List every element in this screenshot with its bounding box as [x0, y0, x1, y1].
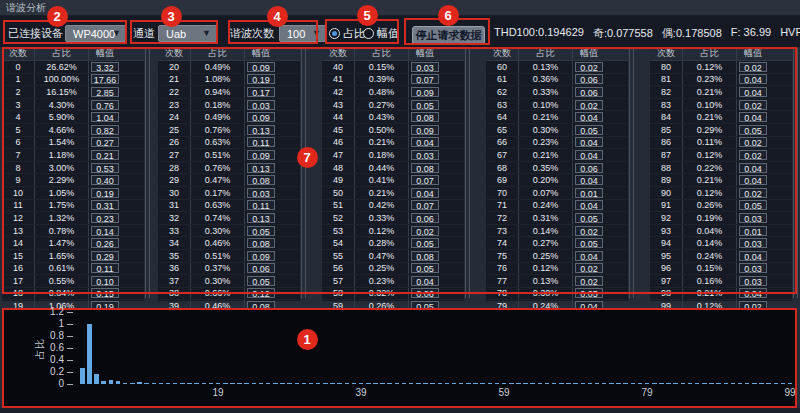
table-row: 250.76%0.13 [158, 124, 300, 137]
table-scrollbar[interactable] [793, 48, 798, 298]
amplitude-value: 0.09 [247, 112, 275, 122]
harmonic-bar [530, 383, 535, 384]
y-tick-mark [67, 360, 73, 361]
harmonic-bar [187, 383, 192, 384]
amplitude-value: 0.02 [575, 62, 603, 72]
amplitude-value: 0.02 [739, 62, 767, 72]
ratio-cell: 0.10% [683, 99, 737, 111]
amplitude-cell: 0.13 [245, 162, 277, 174]
table-row: 026.62%3.32 [2, 61, 144, 74]
table-scrollbar[interactable] [301, 48, 306, 298]
table-row: 600.13%0.02 [486, 61, 628, 74]
amplitude-value: 0.10 [91, 276, 119, 286]
amplitude-cell: 0.11 [245, 200, 277, 212]
amplitude-cell: 0.05 [409, 99, 441, 111]
amplitude-cell: 0.03 [409, 61, 441, 73]
harmonic-order-cell: 23 [158, 99, 191, 111]
table-scrollbar[interactable] [145, 48, 150, 298]
amplitude-cell: 0.04 [573, 111, 605, 123]
harmonic-bar [252, 383, 257, 384]
harmonic-bar [595, 383, 600, 384]
amplitude-cell: 0.04 [737, 74, 769, 86]
amplitude-value: 0.13 [247, 213, 275, 223]
x-tick-label: 99 [785, 387, 796, 398]
y-tick-mark [67, 384, 73, 385]
ratio-cell: 0.26% [683, 200, 737, 212]
harmonic-bar [709, 383, 714, 384]
amplitude-cell: 0.04 [409, 187, 441, 199]
harmonic-bar [766, 383, 771, 384]
ratio-cell: 0.50% [355, 124, 409, 136]
table-row: 580.32%0.06 [322, 288, 464, 301]
harmonic-bar [266, 383, 271, 384]
table-row: 800.12%0.02 [650, 61, 792, 74]
harmonic-bar [280, 383, 285, 384]
ratio-cell: 100.00% [35, 74, 89, 86]
harmonic-order-cell: 10 [2, 187, 35, 199]
harmonic-order-cell: 34 [158, 237, 191, 249]
table-row: 470.18%0.03 [322, 149, 464, 162]
harmonic-order-cell: 98 [650, 288, 683, 300]
amplitude-cell: 0.07 [409, 174, 441, 186]
harmonic-bar [366, 383, 371, 384]
amplitude-cell: 0.26 [89, 237, 121, 249]
ratio-cell: 0.63% [191, 137, 245, 149]
harmonic-order-cell: 16 [2, 263, 35, 275]
table-row: 71.18%0.21 [2, 149, 144, 162]
ratio-cell: 0.04% [683, 225, 737, 237]
harmonic-bar [395, 383, 400, 384]
amplitude-value: 0.06 [575, 87, 603, 97]
harmonic-order-cell: 22 [158, 86, 191, 98]
amplitude-value: 0.02 [575, 226, 603, 236]
ratio-cell: 0.24% [683, 250, 737, 262]
table-scrollbar[interactable] [629, 48, 634, 298]
amplitude-cell: 0.06 [573, 86, 605, 98]
harmonic-order-cell: 5 [2, 124, 35, 136]
harmonic-order-cell: 85 [650, 124, 683, 136]
harmonic-order-cell: 8 [2, 162, 35, 174]
ratio-cell: 0.21% [355, 187, 409, 199]
column-header: 次数 [322, 47, 355, 60]
table-row: 900.12%0.02 [650, 187, 792, 200]
harmonics-table-group: 次数占比幅值600.13%0.02610.36%0.06620.33%0.066… [486, 47, 628, 301]
ratio-cell: 0.21% [683, 86, 737, 98]
harmonic-order-cell: 9 [2, 174, 35, 186]
column-header: 次数 [158, 47, 191, 60]
ratio-cell: 0.12% [683, 187, 737, 199]
harmonic-order-cell: 73 [486, 225, 519, 237]
harmonic-order-cell: 38 [158, 288, 191, 300]
column-header: 幅值 [245, 47, 277, 60]
amplitude-value: 0.03 [411, 62, 439, 72]
harmonic-order-cell: 70 [486, 187, 519, 199]
table-scrollbar[interactable] [465, 48, 470, 298]
amplitude-value: 0.02 [575, 263, 603, 273]
table-row: 840.21%0.04 [650, 111, 792, 124]
y-tick-mark [67, 312, 73, 313]
amplitude-value: 0.09 [411, 125, 439, 135]
harmonic-order-cell: 13 [2, 225, 35, 237]
table-row: 890.21%0.04 [650, 174, 792, 187]
ratio-cell: 0.43% [355, 111, 409, 123]
harmonic-order-cell: 37 [158, 275, 191, 287]
amplitude-cell: 0.29 [89, 250, 121, 262]
ratio-cell: 0.47% [355, 250, 409, 262]
amplitude-cell: 0.06 [409, 288, 441, 300]
table-row: 480.44%0.08 [322, 162, 464, 175]
harmonic-order-cell: 20 [158, 61, 191, 73]
harmonic-bar [352, 383, 357, 384]
harmonic-order-cell: 56 [322, 263, 355, 275]
amplitude-value: 0.04 [739, 175, 767, 185]
harmonic-order-cell: 11 [2, 200, 35, 212]
amplitude-cell: 0.53 [89, 162, 121, 174]
ratio-cell: 1.18% [35, 149, 89, 161]
amplitude-cell: 0.04 [573, 149, 605, 161]
table-row: 330.30%0.05 [158, 225, 300, 238]
harmonic-bar [166, 383, 171, 384]
ratio-cell: 0.13% [519, 275, 573, 287]
table-row: 850.29%0.05 [650, 124, 792, 137]
amplitude-value: 0.27 [91, 137, 119, 147]
harmonic-bar [509, 383, 514, 384]
harmonic-order-cell: 65 [486, 124, 519, 136]
harmonic-order-cell: 80 [650, 61, 683, 73]
amplitude-cell: 0.14 [89, 225, 121, 237]
